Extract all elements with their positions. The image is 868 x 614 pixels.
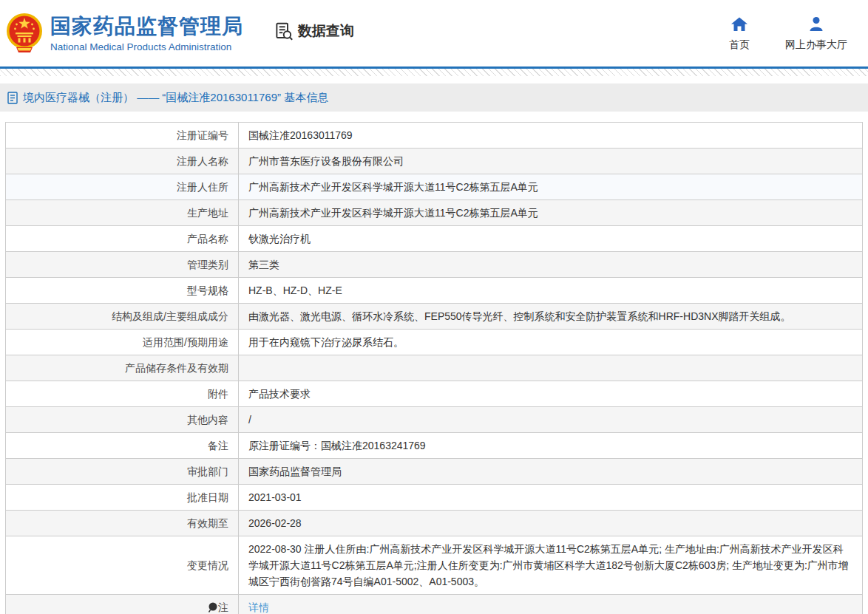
- row-label: 注册人住所: [6, 174, 239, 200]
- nav-home-label: 首页: [729, 38, 750, 52]
- nav-home[interactable]: 首页: [729, 16, 750, 52]
- nav-service-hall[interactable]: 网上办事大厅: [785, 16, 847, 52]
- row-value: 广州高新技术产业开发区科学城开源大道11号C2栋第五层A单元: [239, 200, 863, 226]
- table-row: 注详情: [6, 595, 863, 614]
- row-label: 产品名称: [6, 226, 239, 252]
- table-row: 型号规格HZ-B、HZ-D、HZ-E: [6, 278, 863, 304]
- row-value: 钬激光治疗机: [239, 226, 863, 252]
- row-label: 管理类别: [6, 252, 239, 278]
- row-value: [239, 355, 863, 381]
- row-value: 广州高新技术产业开发区科学城开源大道11号C2栋第五层A单元: [239, 174, 863, 200]
- row-value: 2022-08-30 注册人住所由:广州高新技术产业开发区科学城开源大道11号C…: [239, 536, 863, 595]
- data-query-label: 数据查询: [298, 21, 354, 41]
- row-value: 产品技术要求: [239, 381, 863, 407]
- row-value: 广州市普东医疗设备股份有限公司: [239, 149, 863, 174]
- table-row: 结构及组成/主要组成成分由激光器、激光电源、循环水冷系统、FEP550传导光纤、…: [6, 304, 863, 330]
- table-row: 变更情况2022-08-30 注册人住所由:广州高新技术产业开发区科学城开源大道…: [6, 536, 863, 595]
- table-row: 生产地址广州高新技术产业开发区科学城开源大道11号C2栋第五层A单元: [6, 200, 863, 226]
- row-label: 注册证编号: [6, 123, 239, 149]
- table-row: 产品名称钬激光治疗机: [6, 226, 863, 252]
- detail-link[interactable]: 详情: [248, 601, 269, 613]
- row-label: 审批部门: [6, 459, 239, 485]
- row-label: 批准日期: [6, 485, 239, 511]
- data-query-section[interactable]: 数据查询: [274, 21, 354, 41]
- row-value: HZ-B、HZ-D、HZ-E: [239, 278, 863, 304]
- row-label: 其他内容: [6, 407, 239, 433]
- page-title-bar: 境内医疗器械（注册） —— “国械注准20163011769” 基本信息: [0, 83, 868, 112]
- row-label: 生产地址: [6, 200, 239, 226]
- row-value: /: [239, 407, 863, 433]
- row-label: 结构及组成/主要组成成分: [6, 304, 239, 330]
- table-row: 注册人名称广州市普东医疗设备股份有限公司: [6, 149, 863, 174]
- balloon-icon: [208, 601, 217, 613]
- row-label: 备注: [6, 433, 239, 459]
- row-label: 型号规格: [6, 278, 239, 304]
- person-icon: [807, 16, 825, 33]
- table-row: 管理类别第三类: [6, 252, 863, 278]
- document-search-icon: [274, 21, 294, 41]
- row-label: 注: [6, 595, 239, 614]
- national-emblem-icon: [6, 11, 43, 55]
- home-icon: [730, 16, 748, 33]
- org-name-cn: 国家药品监督管理局: [50, 14, 243, 39]
- row-value: 2021-03-01: [239, 485, 863, 511]
- table-row: 注册人住所广州高新技术产业开发区科学城开源大道11号C2栋第五层A单元: [6, 174, 863, 200]
- table-row: 其他内容/: [6, 407, 863, 433]
- row-value: 原注册证编号：国械注准20163241769: [239, 433, 863, 459]
- row-value: 用于在内窥镜下治疗泌尿系结石。: [239, 330, 863, 355]
- row-value: 由激光器、激光电源、循环水冷系统、FEP550传导光纤、控制系统和安全防护装置系…: [239, 304, 863, 330]
- table-row: 审批部门国家药品监督管理局: [6, 459, 863, 485]
- row-label: 适用范围/预期用途: [6, 330, 239, 355]
- row-value: 国械注准20163011769: [239, 123, 863, 149]
- row-label-text: 注: [218, 601, 228, 613]
- site-header: 国家药品监督管理局 National Medical Products Admi…: [0, 0, 868, 66]
- page-title: 境内医疗器械（注册） —— “国械注准20163011769” 基本信息: [23, 91, 328, 105]
- row-label: 产品储存条件及有效期: [6, 355, 239, 381]
- top-nav: 首页 网上办事大厅: [729, 16, 868, 52]
- table-row: 批准日期2021-03-01: [6, 485, 863, 511]
- info-table: 注册证编号国械注准20163011769注册人名称广州市普东医疗设备股份有限公司…: [5, 122, 863, 614]
- hatched-stripe-band: [0, 69, 868, 76]
- document-icon: [7, 92, 18, 104]
- row-value: 国家药品监督管理局: [239, 459, 863, 485]
- table-row: 产品储存条件及有效期: [6, 355, 863, 381]
- table-wrap: 注册证编号国械注准20163011769注册人名称广州市普东医疗设备股份有限公司…: [0, 112, 868, 614]
- nav-service-hall-label: 网上办事大厅: [785, 38, 847, 52]
- row-value: 2026-02-28: [239, 511, 863, 536]
- row-label: 注册人名称: [6, 149, 239, 174]
- table-row: 备注原注册证编号：国械注准20163241769: [6, 433, 863, 459]
- brand-logo[interactable]: 国家药品监督管理局 National Medical Products Admi…: [6, 11, 243, 55]
- row-value: 第三类: [239, 252, 863, 278]
- row-value: 详情: [239, 595, 863, 614]
- table-row: 有效期至2026-02-28: [6, 511, 863, 536]
- table-row: 附件产品技术要求: [6, 381, 863, 407]
- table-row: 注册证编号国械注准20163011769: [6, 123, 863, 149]
- org-name-en: National Medical Products Administration: [50, 41, 243, 52]
- row-label: 附件: [6, 381, 239, 407]
- table-row: 适用范围/预期用途用于在内窥镜下治疗泌尿系结石。: [6, 330, 863, 355]
- row-label: 有效期至: [6, 511, 239, 536]
- row-label: 变更情况: [6, 536, 239, 595]
